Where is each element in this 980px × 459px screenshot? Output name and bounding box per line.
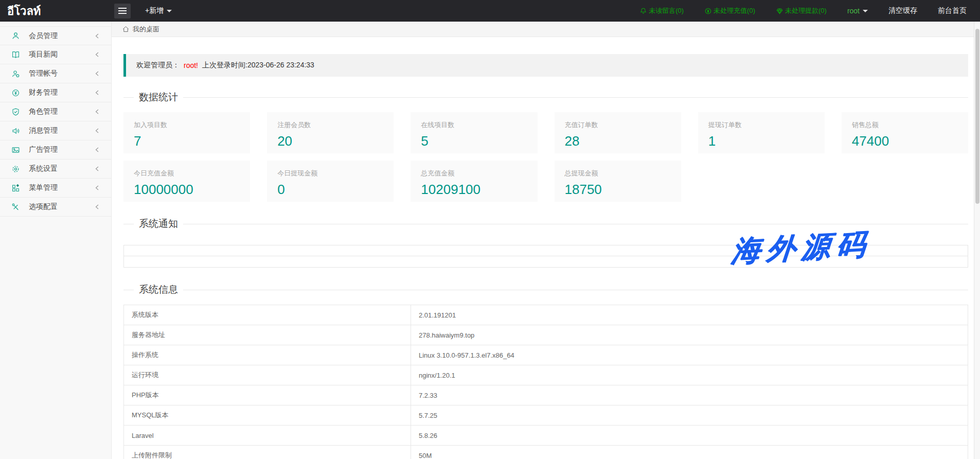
sidebar-item-ads[interactable]: 广告管理 <box>0 140 111 160</box>
info-row-upload-limit: 上传附件限制 50M <box>124 446 968 459</box>
stat-card-recharge-orders: 充值订单数 28 <box>555 112 681 153</box>
sidebar-item-finance[interactable]: 财务管理 <box>0 83 111 102</box>
tools-icon <box>11 202 20 211</box>
welcome-username: root! <box>184 61 198 69</box>
stat-card-registered-members: 注册会员数 20 <box>267 112 394 153</box>
info-section-title: 系统信息 <box>134 283 183 296</box>
yen-circle-icon <box>11 88 20 97</box>
stat-card-withdraw-orders: 提现订单数 1 <box>698 112 825 153</box>
chevron-left-icon <box>95 88 100 97</box>
chevron-left-icon <box>95 126 100 135</box>
caret-down-icon <box>167 10 172 15</box>
user-menu[interactable]: root <box>847 7 868 15</box>
gear-icon <box>11 164 20 173</box>
chevron-left-icon <box>95 50 100 59</box>
sidebar-item-admin-accounts[interactable]: 管理帐号 <box>0 64 111 83</box>
info-row-os: 操作系统 Linux 3.10.0-957.1.3.el7.x86_64 <box>124 345 968 365</box>
sidebar-item-project-news[interactable]: 项目新闻 <box>0 45 111 64</box>
notice-list <box>123 245 968 268</box>
stat-card-joined-projects: 加入项目数 7 <box>123 112 250 153</box>
info-row-system-version: 系统版本 2.01.191201 <box>124 305 968 325</box>
stats-section-title: 数据统计 <box>134 91 183 104</box>
yen-circle-icon <box>704 7 712 15</box>
chevron-left-icon <box>95 69 100 78</box>
add-new-dropdown[interactable]: +新增 <box>145 6 172 15</box>
stat-card-today-withdraw: 今日提现金额 0 <box>267 161 394 202</box>
sidebar-item-members[interactable]: 会员管理 <box>0 26 111 45</box>
topbar-right-nav: 未读留言(0) 未处理充值(0) 未处理提款(0) root 清空缓存 前台首页 <box>639 6 980 15</box>
book-icon <box>11 50 20 59</box>
gem-icon <box>776 7 783 15</box>
vertical-scrollbar[interactable] <box>974 22 980 459</box>
dashboard-content: 欢迎管理员： root! 上次登录时间:2023-06-26 23:24:33 … <box>112 37 980 459</box>
top-bar: อีโวลท์ +新增 未读留言(0) 未处理充值(0) 未处理提款(0) ro… <box>0 0 980 22</box>
scrollbar-thumb[interactable] <box>975 29 979 204</box>
sidebar-item-messages[interactable]: 消息管理 <box>0 121 111 140</box>
unread-messages-link[interactable]: 未读留言(0) <box>639 6 684 15</box>
notice-row <box>123 256 968 268</box>
stats-section-header: 数据统计 <box>123 91 968 104</box>
notice-section-header: 系统通知 <box>123 217 968 231</box>
chevron-left-icon <box>95 31 100 41</box>
breadcrumb: 我的桌面 <box>112 22 980 37</box>
system-info-table: 系统版本 2.01.191201 服务器地址 278.haiwaiym9.top… <box>123 305 968 459</box>
stat-card-today-recharge: 今日充值金额 10000000 <box>123 161 250 202</box>
caret-down-icon <box>863 10 868 15</box>
sidebar-item-options[interactable]: 选项配置 <box>0 198 111 217</box>
main-area: 我的桌面 欢迎管理员： root! 上次登录时间:2023-06-26 23:2… <box>112 22 980 459</box>
app-logo: อีโวลท์ <box>0 2 112 20</box>
add-new-label: +新增 <box>145 6 164 15</box>
stat-card-total-recharge: 总充值金额 10209100 <box>411 161 537 202</box>
info-row-mysql-version: MYSQL版本 5.7.25 <box>124 405 968 426</box>
chevron-left-icon <box>95 202 100 211</box>
pending-withdrawal-link[interactable]: 未处理提款(0) <box>776 6 827 15</box>
chevron-left-icon <box>95 164 100 173</box>
chevron-left-icon <box>95 183 100 192</box>
bell-icon <box>639 7 647 15</box>
speaker-icon <box>11 126 20 135</box>
stats-grid: 加入项目数 7 注册会员数 20 在线项目数 5 充值订单数 28 提现订单数 … <box>123 112 968 202</box>
stat-card-total-withdraw: 总提现金额 18750 <box>555 161 681 202</box>
notice-section-title: 系统通知 <box>134 217 183 231</box>
info-section-header: 系统信息 <box>123 283 968 296</box>
chevron-left-icon <box>95 145 100 154</box>
image-icon <box>11 145 20 154</box>
clear-cache-button[interactable]: 清空缓存 <box>888 6 917 15</box>
front-home-link[interactable]: 前台首页 <box>938 6 967 15</box>
user-badge-icon <box>11 69 20 78</box>
stat-card-total-sales: 销售总额 47400 <box>842 112 968 153</box>
stat-card-online-projects: 在线项目数 5 <box>411 112 537 153</box>
pending-recharge-link[interactable]: 未处理充值(0) <box>704 6 755 15</box>
info-row-laravel: Laravel 5.8.26 <box>124 426 968 446</box>
sidebar-item-system-settings[interactable]: 系统设置 <box>0 160 111 179</box>
chevron-left-icon <box>95 107 100 116</box>
welcome-banner: 欢迎管理员： root! 上次登录时间:2023-06-26 23:24:33 <box>123 54 968 77</box>
grid-icon <box>11 183 20 192</box>
notice-row <box>123 245 968 256</box>
sidebar: 会员管理 项目新闻 管理帐号 财务管理 角色管理 消息管理 广告管理 系统设置 <box>0 22 112 459</box>
info-row-runtime: 运行环境 nginx/1.20.1 <box>124 365 968 385</box>
last-login-time: 上次登录时间:2023-06-26 23:24:33 <box>202 61 314 70</box>
sidebar-item-roles[interactable]: 角色管理 <box>0 102 111 121</box>
sidebar-item-menus[interactable]: 菜单管理 <box>0 179 111 198</box>
username: root <box>847 7 860 15</box>
breadcrumb-label[interactable]: 我的桌面 <box>133 25 159 34</box>
hamburger-menu-icon[interactable] <box>114 4 131 19</box>
shield-check-icon <box>11 107 20 116</box>
info-row-server-address: 服务器地址 278.haiwaiym9.top <box>124 325 968 345</box>
home-icon[interactable] <box>122 25 130 33</box>
info-row-php-version: PHP版本 7.2.33 <box>124 385 968 405</box>
user-icon <box>11 31 20 41</box>
